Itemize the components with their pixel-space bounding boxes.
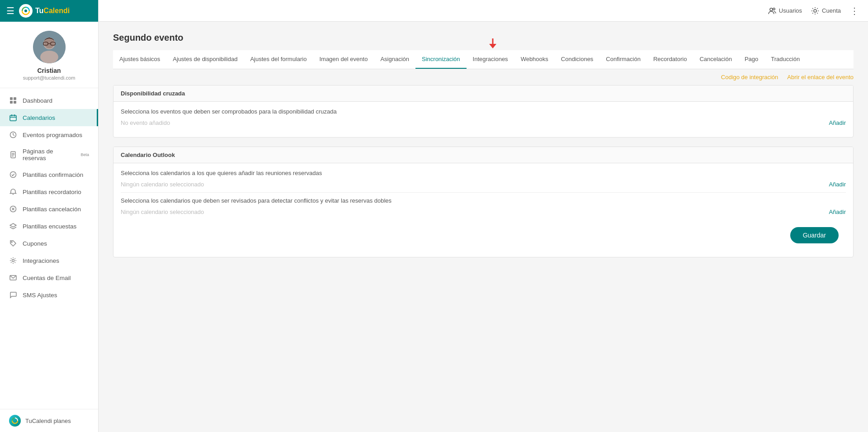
avatar-image: [33, 31, 66, 63]
tab-ajustes-formulario[interactable]: Ajustes del formulario: [244, 50, 313, 69]
svg-rect-13: [10, 115, 16, 121]
tab-integraciones[interactable]: Integraciones: [467, 50, 514, 69]
sidebar-item-plantillas-encuestas[interactable]: Plantillas encuestas: [0, 218, 98, 235]
sidebar-item-label: Cupones: [23, 240, 47, 247]
sidebar-item-plantillas-recordatorio[interactable]: Plantillas recordatorio: [0, 183, 98, 200]
tag-icon: [9, 239, 17, 247]
section-calendario-outlook: Calendario Outlook Selecciona los calend…: [113, 147, 854, 257]
abrir-enlace-link[interactable]: Abrir el enlace del evento: [787, 74, 854, 81]
no-calendar-1-label: Ningún calendario seleccionado: [121, 181, 204, 188]
content-area: Segundo evento Ajustes básicos Ajustes d…: [99, 22, 868, 432]
tab-webhooks[interactable]: Webhooks: [514, 50, 555, 69]
cuenta-label: Cuenta: [822, 7, 841, 14]
gear-icon: [9, 256, 17, 265]
logo-text: TuCalendi: [35, 7, 70, 15]
check-circle-icon: [9, 171, 17, 179]
section-body-disponibilidad: Selecciona los eventos que deben ser com…: [113, 102, 853, 137]
add-disponibilidad-link[interactable]: Añadir: [829, 119, 846, 126]
no-calendar-2-label: Ningún calendario seleccionado: [121, 209, 204, 215]
tab-asignacion[interactable]: Asignación: [374, 50, 415, 69]
sidebar-footer-label: TuCalendi planes: [25, 418, 71, 424]
tab-cancelacion[interactable]: Cancelación: [693, 50, 738, 69]
cuenta-icon: [811, 7, 819, 15]
codigo-integracion-link[interactable]: Codigo de integración: [721, 74, 778, 81]
tab-pago[interactable]: Pago: [738, 50, 764, 69]
add-calendar-2-link[interactable]: Añadir: [829, 209, 846, 215]
tab-imagen-evento[interactable]: Imagen del evento: [313, 50, 374, 69]
hamburger-icon[interactable]: ☰: [6, 5, 14, 16]
sidebar-item-label: Plantillas cancelación: [23, 206, 81, 213]
usuarios-button[interactable]: Usuarios: [768, 7, 802, 15]
sidebar: ☰ TuCalendi: [0, 0, 99, 432]
chat-icon: [9, 291, 17, 299]
sidebar-item-dashboard[interactable]: Dashboard: [0, 92, 98, 109]
section-disponibilidad-cruzada: Disponibilidad cruzada Selecciona los ev…: [113, 85, 854, 138]
outlook-row-1: Ningún calendario seleccionado Añadir: [121, 181, 846, 188]
sidebar-header: ☰ TuCalendi: [0, 0, 98, 22]
svg-point-4: [40, 51, 58, 63]
beta-badge: Beta: [80, 152, 89, 157]
sidebar-item-label: Plantillas confirmación: [23, 171, 83, 178]
svg-point-36: [814, 9, 816, 12]
tucalendi-logo-small: [9, 415, 21, 427]
add-calendar-1-link[interactable]: Añadir: [829, 181, 846, 188]
svg-rect-10: [14, 97, 16, 100]
section-body-outlook: Selecciona los calendarios a los que qui…: [113, 163, 853, 257]
tab-condiciones[interactable]: Condiciones: [555, 50, 600, 69]
svg-rect-11: [10, 101, 13, 104]
topbar: Usuarios Cuenta ⋮: [99, 0, 868, 22]
no-evento-label: No evento añadido: [121, 119, 170, 126]
sidebar-item-label: Plantillas encuestas: [23, 223, 76, 230]
svg-rect-12: [14, 101, 16, 104]
sidebar-item-label: Páginas de reservas: [23, 148, 74, 161]
sidebar-item-paginas[interactable]: Páginas de reservas Beta: [0, 143, 98, 166]
tab-sincronizacion[interactable]: Sincronización: [415, 50, 467, 69]
envelope-icon: [9, 274, 17, 282]
sidebar-item-integraciones[interactable]: Integraciones: [0, 252, 98, 269]
file-icon: [9, 151, 17, 159]
layers-icon: [9, 222, 17, 230]
logo-area: TuCalendi: [19, 4, 70, 18]
red-arrow-icon: [488, 38, 497, 48]
sidebar-item-calendarios[interactable]: Calendarios: [0, 109, 98, 126]
tab-ajustes-disponibilidad[interactable]: Ajustes de disponibilidad: [166, 50, 244, 69]
footer-logo-icon: [11, 417, 19, 424]
cuenta-button[interactable]: Cuenta: [811, 7, 841, 15]
svg-point-24: [10, 172, 16, 178]
tab-traduccion[interactable]: Traducción: [764, 50, 806, 69]
avatar-svg: [33, 31, 66, 63]
more-options-icon[interactable]: ⋮: [850, 5, 859, 16]
tabs-bar: Ajustes básicos Ajustes de disponibilida…: [113, 50, 854, 69]
save-button[interactable]: Guardar: [790, 227, 839, 243]
sidebar-item-label: Dashboard: [23, 97, 52, 104]
avatar: [33, 31, 66, 63]
sidebar-item-cupones[interactable]: Cupones: [0, 235, 98, 252]
sidebar-item-sms[interactable]: SMS Ajustes: [0, 286, 98, 304]
usuarios-label: Usuarios: [779, 7, 802, 14]
svg-line-19: [13, 135, 14, 136]
usuarios-icon: [768, 7, 776, 15]
svg-rect-9: [10, 97, 13, 100]
sidebar-footer[interactable]: TuCalendi planes: [0, 409, 98, 432]
sidebar-item-cuentas-email[interactable]: Cuentas de Email: [0, 269, 98, 286]
grid-icon: [9, 96, 17, 104]
sidebar-item-label: Cuentas de Email: [23, 275, 71, 281]
sidebar-item-label: Plantillas recordatorio: [23, 189, 81, 195]
sidebar-item-plantillas-confirmacion[interactable]: Plantillas confirmación: [0, 166, 98, 183]
tab-ajustes-basicos[interactable]: Ajustes básicos: [113, 50, 166, 69]
main-content: Usuarios Cuenta ⋮ Segundo evento Ajustes…: [99, 0, 868, 432]
sidebar-item-label: Eventos programados: [23, 132, 82, 138]
sidebar-item-plantillas-cancelacion[interactable]: Plantillas cancelación: [0, 200, 98, 218]
logo-icon: [21, 6, 31, 16]
svg-point-30: [11, 242, 12, 242]
tab-recordatorio[interactable]: Recordatorio: [647, 50, 693, 69]
svg-point-1: [24, 9, 27, 12]
sidebar-item-label: SMS Ajustes: [23, 292, 57, 299]
outlook-desc-1: Selecciona los calendarios a los que qui…: [121, 170, 846, 176]
top-actions: Codigo de integración Abrir el enlace de…: [113, 69, 854, 85]
logo-circle: [19, 4, 33, 18]
save-row: Guardar: [121, 220, 846, 251]
nav-menu: Dashboard Calendarios Eventos programado…: [0, 88, 98, 409]
tab-confirmacion[interactable]: Confirmación: [599, 50, 647, 69]
sidebar-item-eventos[interactable]: Eventos programados: [0, 126, 98, 143]
